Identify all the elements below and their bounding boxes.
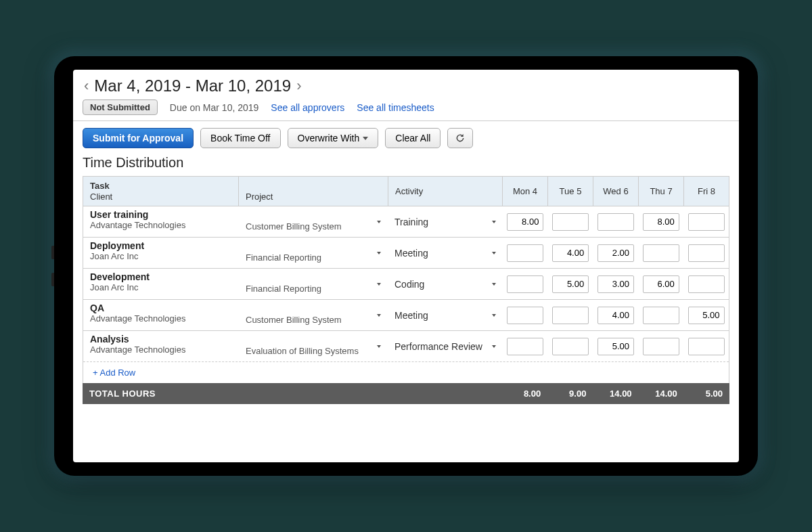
time-input[interactable]	[643, 275, 679, 293]
col-activity-label: Activity	[395, 186, 423, 196]
table-row: User trainingAdvantage TechnologiesCusto…	[83, 206, 729, 238]
time-input[interactable]	[643, 307, 679, 324]
total-thu: 14.00	[639, 387, 684, 400]
time-input[interactable]	[507, 275, 543, 293]
activity-name: Coding	[394, 279, 424, 290]
overwrite-with-button[interactable]: Overwrite With	[288, 128, 379, 148]
refresh-button[interactable]	[447, 128, 473, 148]
project-name: Financial Reporting	[246, 284, 321, 296]
date-range: Mar 4, 2019 - Mar 10, 2019	[94, 76, 291, 95]
screen: ‹ Mar 4, 2019 - Mar 10, 2019 › Not Submi…	[73, 70, 739, 462]
meta-row: Not Submitted Due on Mar 10, 2019 See al…	[83, 99, 729, 115]
chevron-down-icon[interactable]	[377, 221, 381, 223]
task-name: QA	[90, 303, 232, 313]
client-name: Joan Arc Inc	[90, 251, 232, 261]
time-input[interactable]	[507, 213, 543, 231]
chevron-down-icon[interactable]	[377, 345, 381, 348]
time-input[interactable]	[643, 244, 679, 262]
project-name: Customer Billing System	[246, 315, 342, 328]
time-input[interactable]	[688, 338, 725, 355]
total-wed: 14.00	[593, 387, 638, 400]
table-row: AnalysisAdvantage TechnologiesEvaluation…	[83, 331, 729, 362]
activity-name: Training	[394, 217, 428, 227]
project-name: Customer Billing System	[246, 221, 342, 234]
time-input[interactable]	[688, 213, 725, 231]
chevron-down-icon	[363, 137, 368, 140]
overwrite-label: Overwrite With	[298, 133, 360, 143]
col-day-mon[interactable]: Mon 4	[513, 186, 537, 196]
chevron-down-icon[interactable]	[492, 221, 496, 223]
section-title: Time Distribution	[73, 155, 739, 176]
timesheet-grid: Task Client Project Activity Mon 4 Tue 5…	[83, 176, 729, 362]
time-input[interactable]	[597, 338, 634, 355]
col-day-tue[interactable]: Tue 5	[560, 186, 582, 196]
refresh-icon	[455, 133, 466, 143]
col-day-wed[interactable]: Wed 6	[603, 186, 628, 196]
client-name: Joan Arc Inc	[90, 282, 232, 292]
time-input[interactable]	[552, 338, 589, 355]
time-input[interactable]	[597, 213, 634, 231]
chevron-down-icon[interactable]	[492, 345, 496, 348]
time-input[interactable]	[597, 307, 634, 324]
chevron-down-icon[interactable]	[377, 252, 381, 254]
time-input[interactable]	[688, 307, 725, 324]
col-task-label: Task	[90, 181, 231, 191]
due-text: Due on Mar 10, 2019	[170, 102, 259, 113]
add-row-link[interactable]: + Add Row	[83, 362, 729, 383]
activity-name: Meeting	[394, 310, 428, 321]
time-input[interactable]	[597, 275, 634, 293]
time-input[interactable]	[597, 244, 634, 262]
task-name: Deployment	[90, 240, 232, 251]
header-bar: ‹ Mar 4, 2019 - Mar 10, 2019 › Not Submi…	[73, 70, 739, 121]
time-input[interactable]	[643, 338, 679, 355]
status-badge: Not Submitted	[83, 99, 158, 115]
client-name: Advantage Technologies	[90, 345, 232, 355]
book-time-off-button[interactable]: Book Time Off	[200, 128, 280, 148]
time-input[interactable]	[552, 307, 589, 324]
task-name: Analysis	[90, 334, 232, 345]
table-row: DevelopmentJoan Arc IncFinancial Reporti…	[83, 269, 729, 300]
total-mon: 8.00	[502, 387, 547, 400]
totals-label: TOTAL HOURS	[83, 387, 502, 400]
time-input[interactable]	[643, 213, 679, 231]
table-row: QAAdvantage TechnologiesCustomer Billing…	[83, 300, 729, 331]
date-navigation: ‹ Mar 4, 2019 - Mar 10, 2019 ›	[83, 76, 729, 95]
time-input[interactable]	[507, 338, 543, 355]
time-input[interactable]	[507, 307, 543, 324]
total-fri: 5.00	[684, 387, 729, 400]
time-input[interactable]	[552, 275, 589, 293]
chevron-down-icon[interactable]	[377, 283, 381, 286]
time-input[interactable]	[688, 244, 725, 262]
prev-week-icon[interactable]: ‹	[83, 77, 90, 95]
next-week-icon[interactable]: ›	[295, 77, 302, 95]
totals-row: TOTAL HOURS 8.00 9.00 14.00 14.00 5.00	[83, 383, 729, 404]
chevron-down-icon[interactable]	[492, 314, 496, 317]
grid-header: Task Client Project Activity Mon 4 Tue 5…	[83, 177, 729, 206]
see-timesheets-link[interactable]: See all timesheets	[357, 102, 434, 113]
client-name: Advantage Technologies	[90, 220, 232, 230]
time-input[interactable]	[688, 275, 725, 293]
activity-name: Performance Review	[394, 341, 482, 352]
col-day-thu[interactable]: Thu 7	[650, 186, 672, 196]
chevron-down-icon[interactable]	[377, 314, 381, 317]
time-input[interactable]	[507, 244, 543, 262]
submit-button[interactable]: Submit for Approval	[83, 128, 194, 148]
chevron-down-icon[interactable]	[492, 283, 496, 286]
activity-name: Meeting	[394, 248, 428, 259]
clear-all-button[interactable]: Clear All	[385, 128, 441, 148]
time-input[interactable]	[552, 244, 589, 262]
chevron-down-icon[interactable]	[492, 252, 496, 254]
time-input[interactable]	[552, 213, 589, 231]
project-name: Evaluation of Billing Systems	[246, 346, 359, 359]
see-approvers-link[interactable]: See all approvers	[271, 102, 344, 113]
project-name: Financial Reporting	[246, 252, 321, 265]
col-project-label: Project	[246, 192, 273, 202]
col-client-label: Client	[90, 192, 112, 202]
total-tue: 9.00	[547, 387, 593, 400]
table-row: DeploymentJoan Arc IncFinancial Reportin…	[83, 238, 729, 269]
col-day-fri[interactable]: Fri 8	[698, 186, 715, 196]
tablet-frame: ‹ Mar 4, 2019 - Mar 10, 2019 › Not Submi…	[54, 56, 758, 476]
task-name: Development	[90, 271, 232, 282]
client-name: Advantage Technologies	[90, 313, 232, 324]
task-name: User training	[90, 209, 232, 220]
